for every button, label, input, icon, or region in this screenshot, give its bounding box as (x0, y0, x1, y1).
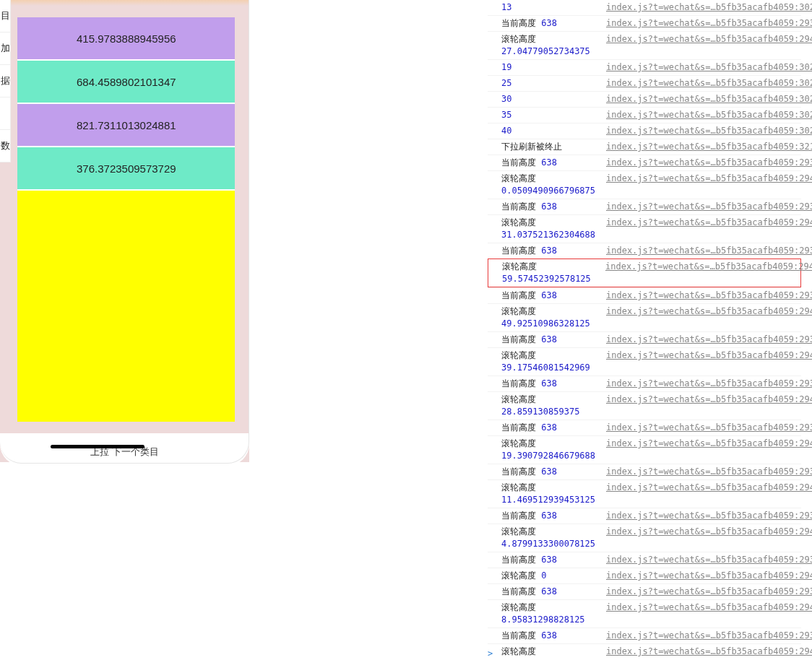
log-source-link[interactable]: index.js?t=wechat&s=…b5fb35acafb4059:302 (606, 93, 801, 105)
log-source-link[interactable]: index.js?t=wechat&s=…b5fb35acafb4059:294 (606, 33, 801, 58)
list-item[interactable]: 376.3723509573729 (17, 147, 235, 191)
log-message: 滚轮高度 19.390792846679688 (501, 438, 606, 462)
console-log-row[interactable]: 19index.js?t=wechat&s=…b5fb35acafb4059:3… (488, 59, 801, 75)
console-log-row[interactable]: 下拉刷新被终止index.js?t=wechat&s=…b5fb35acafb4… (488, 139, 801, 155)
console-log-row[interactable]: 30index.js?t=wechat&s=…b5fb35acafb4059:3… (488, 91, 801, 107)
log-source-link[interactable]: index.js?t=wechat&s=…b5fb35acafb4059:293 (606, 422, 801, 434)
console-log-row[interactable]: 当前高度 638index.js?t=wechat&s=…b5fb35acafb… (488, 155, 801, 170)
log-message: 滚轮高度 27.04779052734375 (501, 33, 606, 58)
log-message: 滚轮高度 31.037521362304688 (501, 217, 606, 241)
sidebar-char[interactable]: 据 (0, 65, 10, 97)
console-prompt[interactable]: > (488, 648, 493, 659)
console-log-row[interactable]: 滚轮高度 0index.js?t=wechat&s=…b5fb35acafb40… (488, 568, 801, 583)
console-log-row[interactable]: 13index.js?t=wechat&s=…b5fb35acafb4059:3… (488, 0, 801, 15)
console-log-row[interactable]: 当前高度 638index.js?t=wechat&s=…b5fb35acafb… (488, 628, 801, 643)
log-message: 40 (501, 125, 606, 137)
console-log-list[interactable]: 13index.js?t=wechat&s=…b5fb35acafb4059:3… (488, 0, 801, 660)
log-source-link[interactable]: index.js?t=wechat&s=…b5fb35acafb4059:293 (606, 201, 801, 213)
list-item[interactable]: 684.4589802101347 (17, 61, 235, 104)
log-message: 当前高度 638 (501, 466, 606, 478)
sidebar-char[interactable]: 加 (0, 32, 10, 65)
list-item-value: 821.7311013024881 (77, 119, 176, 131)
log-source-link[interactable]: index.js?t=wechat&s=…b5fb35acafb4059:293 (606, 510, 801, 522)
console-log-row[interactable]: 当前高度 638index.js?t=wechat&s=…b5fb35acafb… (488, 331, 801, 347)
sidebar-char[interactable]: 目 (0, 0, 10, 32)
devtools-console[interactable]: 13index.js?t=wechat&s=…b5fb35acafb4059:3… (249, 0, 812, 660)
log-source-link[interactable]: index.js?t=wechat&s=…b5fb35acafb4059:294 (606, 482, 801, 506)
console-log-row[interactable]: 滚轮高度 8.95831298828125index.js?t=wechat&s… (488, 599, 801, 628)
console-log-row[interactable]: 25index.js?t=wechat&s=…b5fb35acafb4059:3… (488, 75, 801, 91)
log-source-link[interactable]: index.js?t=wechat&s=…b5fb35acafb4059:294 (606, 349, 801, 374)
console-log-row[interactable]: 当前高度 638index.js?t=wechat&s=…b5fb35acafb… (488, 15, 801, 31)
log-message: 当前高度 638 (501, 510, 606, 522)
console-log-row[interactable]: 当前高度 638index.js?t=wechat&s=…b5fb35acafb… (488, 583, 801, 599)
console-log-row[interactable]: 滚轮高度 19.390792846679688index.js?t=wechat… (488, 435, 801, 464)
log-source-link[interactable]: index.js?t=wechat&s=…b5fb35acafb4059:294 (606, 646, 801, 660)
list-item[interactable]: 821.7311013024881 (17, 104, 235, 147)
log-source-link[interactable]: index.js?t=wechat&s=…b5fb35acafb4059:302 (606, 1, 801, 14)
console-log-row[interactable]: 当前高度 638index.js?t=wechat&s=…b5fb35acafb… (488, 552, 801, 568)
log-source-link[interactable]: index.js?t=wechat&s=…b5fb35acafb4059:294 (606, 526, 801, 550)
log-source-link[interactable]: index.js?t=wechat&s=…b5fb35acafb4059:294 (606, 173, 801, 197)
phone-sidebar[interactable]: 目 加 据 数 (0, 0, 10, 162)
home-indicator (51, 445, 144, 448)
log-message: 当前高度 638 (501, 334, 606, 346)
console-log-row[interactable]: 滚轮高度 49.92510986328125index.js?t=wechat&… (488, 303, 801, 331)
console-log-row[interactable]: 当前高度 638index.js?t=wechat&s=…b5fb35acafb… (488, 287, 801, 303)
console-log-row[interactable]: 当前高度 638index.js?t=wechat&s=…b5fb35acafb… (488, 464, 801, 479)
console-log-row[interactable]: 滚轮高度 28.859130859375index.js?t=wechat&s=… (488, 391, 801, 420)
log-message: 当前高度 638 (501, 554, 606, 566)
log-source-link[interactable]: index.js?t=wechat&s=…b5fb35acafb4059:293 (606, 554, 801, 566)
log-source-link[interactable]: index.js?t=wechat&s=…b5fb35acafb4059:293 (606, 466, 801, 478)
log-source-link[interactable]: index.js?t=wechat&s=…b5fb35acafb4059:302 (606, 125, 801, 137)
console-log-row[interactable]: 滚轮高度 11.469512939453125index.js?t=wechat… (488, 479, 801, 508)
log-source-link[interactable]: index.js?t=wechat&s=…b5fb35acafb4059:294 (606, 305, 801, 330)
console-log-row[interactable]: 滚轮高度 33.220184326171875index.js?t=wechat… (488, 643, 801, 660)
log-source-link[interactable]: index.js?t=wechat&s=…b5fb35acafb4059:294 (606, 438, 801, 462)
list-item[interactable]: 415.9783888945956 (17, 17, 235, 61)
list-item-yellow[interactable] (17, 191, 235, 422)
console-log-row[interactable]: 滚轮高度 59.57452392578125index.js?t=wechat&… (488, 259, 801, 287)
log-source-link[interactable]: index.js?t=wechat&s=…b5fb35acafb4059:293 (606, 157, 801, 169)
log-source-link[interactable]: index.js?t=wechat&s=…b5fb35acafb4059:294 (606, 217, 801, 241)
console-log-row[interactable]: 当前高度 638index.js?t=wechat&s=…b5fb35acafb… (488, 375, 801, 391)
log-source-link[interactable]: index.js?t=wechat&s=…b5fb35acafb4059:293 (606, 245, 801, 257)
log-source-link[interactable]: index.js?t=wechat&s=…b5fb35acafb4059:294 (605, 261, 800, 285)
log-message: 滚轮高度 33.220184326171875 (501, 646, 606, 660)
console-log-row[interactable]: 当前高度 638index.js?t=wechat&s=…b5fb35acafb… (488, 199, 801, 214)
log-source-link[interactable]: index.js?t=wechat&s=…b5fb35acafb4059:293 (606, 17, 801, 30)
log-source-link[interactable]: index.js?t=wechat&s=…b5fb35acafb4059:302 (606, 109, 801, 121)
log-source-link[interactable]: index.js?t=wechat&s=…b5fb35acafb4059:293 (606, 334, 801, 346)
console-log-row[interactable]: 当前高度 638index.js?t=wechat&s=…b5fb35acafb… (488, 508, 801, 524)
console-log-row[interactable]: 滚轮高度 31.037521362304688index.js?t=wechat… (488, 214, 801, 243)
log-message: 下拉刷新被终止 (501, 141, 606, 153)
data-list[interactable]: 415.9783888945956 684.4589802101347 821.… (17, 0, 235, 422)
console-log-row[interactable]: 滚轮高度 4.8799133300078125index.js?t=wechat… (488, 524, 801, 552)
log-message: 当前高度 638 (501, 630, 606, 642)
list-item-value: 376.3723509573729 (77, 162, 176, 175)
log-message: 19 (501, 61, 606, 74)
log-source-link[interactable]: index.js?t=wechat&s=…b5fb35acafb4059:293 (606, 378, 801, 390)
list-item-value: 684.4589802101347 (77, 76, 176, 88)
log-source-link[interactable]: index.js?t=wechat&s=…b5fb35acafb4059:294 (606, 570, 801, 582)
log-source-link[interactable]: index.js?t=wechat&s=…b5fb35acafb4059:293 (606, 630, 801, 642)
log-source-link[interactable]: index.js?t=wechat&s=…b5fb35acafb4059:302 (606, 61, 801, 74)
log-source-link[interactable]: index.js?t=wechat&s=…b5fb35acafb4059:321 (606, 141, 801, 153)
console-log-row[interactable]: 35index.js?t=wechat&s=…b5fb35acafb4059:3… (488, 107, 801, 123)
console-log-row[interactable]: 滚轮高度 39.17546081542969index.js?t=wechat&… (488, 347, 801, 375)
log-source-link[interactable]: index.js?t=wechat&s=…b5fb35acafb4059:294 (606, 394, 801, 418)
log-source-link[interactable]: index.js?t=wechat&s=…b5fb35acafb4059:294 (606, 602, 801, 626)
log-source-link[interactable]: index.js?t=wechat&s=…b5fb35acafb4059:293 (606, 586, 801, 598)
console-log-row[interactable]: 40index.js?t=wechat&s=…b5fb35acafb4059:3… (488, 123, 801, 139)
sidebar-char[interactable] (0, 97, 10, 130)
console-log-row[interactable]: 当前高度 638index.js?t=wechat&s=…b5fb35acafb… (488, 420, 801, 435)
console-log-row[interactable]: 滚轮高度 0.0509490966796875index.js?t=wechat… (488, 170, 801, 199)
log-source-link[interactable]: index.js?t=wechat&s=…b5fb35acafb4059:302 (606, 77, 801, 90)
console-log-row[interactable]: 当前高度 638index.js?t=wechat&s=…b5fb35acafb… (488, 243, 801, 259)
log-source-link[interactable]: index.js?t=wechat&s=…b5fb35acafb4059:293 (606, 290, 801, 302)
log-message: 25 (501, 77, 606, 90)
log-message: 当前高度 638 (501, 201, 606, 213)
console-log-row[interactable]: 滚轮高度 27.04779052734375index.js?t=wechat&… (488, 31, 801, 59)
sidebar-char[interactable]: 数 (0, 130, 10, 162)
phone-simulator[interactable]: 目 加 据 数 415.9783888945956 684.4589802101… (0, 0, 249, 462)
